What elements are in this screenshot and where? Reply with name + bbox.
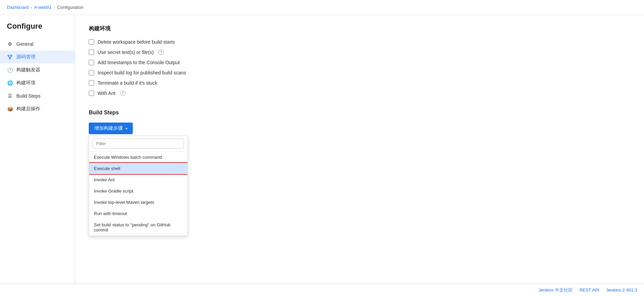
- sidebar-label-post: 构建后操作: [16, 106, 40, 112]
- checkbox-terminate-build-label[interactable]: Terminate a build if it's stuck: [98, 80, 157, 86]
- footer-link-version[interactable]: Jenkins 2.401.3: [606, 287, 637, 293]
- chevron-down-icon: ▾: [126, 127, 127, 130]
- dropdown-menu: Execute Windows batch command Execute sh…: [89, 136, 188, 236]
- checkbox-timestamps-label[interactable]: Add timestamps to the Console Output: [98, 60, 180, 65]
- checkbox-delete-workspace-input[interactable]: [89, 39, 94, 45]
- sidebar-item-build-triggers[interactable]: 🕐 构建触发器: [0, 64, 75, 76]
- dropdown-item-run-timeout[interactable]: Run with timeout: [89, 208, 187, 219]
- sidebar-title: Configure: [0, 22, 75, 38]
- sidebar-label-general: General: [16, 41, 33, 47]
- breadcrumb-current: Configuration: [57, 5, 84, 10]
- checkbox-inspect-build-input[interactable]: [89, 70, 94, 75]
- checkbox-timestamps: Add timestamps to the Console Output: [89, 60, 630, 65]
- checkbox-secret-text-input[interactable]: [89, 50, 94, 55]
- clock-icon: 🕐: [7, 67, 13, 73]
- svg-line-3: [9, 56, 10, 58]
- footer-link-rest-api[interactable]: REST API: [579, 287, 599, 293]
- gear-icon: ⚙: [7, 41, 13, 47]
- sidebar-label-triggers: 构建触发器: [16, 67, 40, 73]
- checkbox-secret-text: Use secret text(s) or file(s) ?: [89, 50, 630, 55]
- footer: Jenkins 中文社区 REST API Jenkins 2.401.3: [0, 284, 644, 296]
- build-steps-title: Build Steps: [89, 110, 630, 116]
- main-content: 构建环境 Delete workspace before build start…: [75, 15, 644, 283]
- breadcrumb-aweb01[interactable]: A-web01: [34, 5, 52, 10]
- add-step-button-label: 增加构建步骤: [94, 125, 123, 131]
- add-step-dropdown-container: 增加构建步骤 ▾ Execute Windows batch command E…: [89, 123, 133, 134]
- sidebar-item-build-steps[interactable]: ☰ Build Steps: [0, 89, 75, 102]
- checkbox-delete-workspace-label[interactable]: Delete workspace before build starts: [98, 39, 175, 45]
- build-env-title: 构建环境: [89, 25, 630, 32]
- checkbox-inspect-build: Inspect build log for published build sc…: [89, 70, 630, 75]
- breadcrumb-dashboard[interactable]: Dashboard: [7, 5, 29, 10]
- checkbox-delete-workspace: Delete workspace before build starts: [89, 39, 630, 45]
- add-step-button[interactable]: 增加构建步骤 ▾: [89, 123, 133, 134]
- sidebar-item-general[interactable]: ⚙ General: [0, 38, 75, 51]
- sidebar-item-post-build[interactable]: 📦 构建后操作: [0, 102, 75, 115]
- list-icon: ☰: [7, 93, 13, 99]
- dropdown-item-execute-windows[interactable]: Execute Windows batch command: [89, 152, 187, 163]
- svg-line-4: [10, 56, 11, 58]
- sidebar-label-env: 构建环境: [16, 80, 35, 86]
- dropdown-item-invoke-gradle[interactable]: Invoke Gradle script: [89, 185, 187, 197]
- with-ant-help-icon[interactable]: ?: [120, 90, 126, 96]
- checkbox-secret-text-label[interactable]: Use secret text(s) or file(s): [98, 50, 154, 55]
- checkbox-inspect-build-label[interactable]: Inspect build log for published build sc…: [98, 70, 186, 75]
- sidebar: Configure ⚙ General 源码管理 🕐 构建触发器 🌐: [0, 15, 75, 283]
- checkbox-with-ant-label[interactable]: With Ant: [98, 90, 115, 96]
- sidebar-item-source-management[interactable]: 源码管理: [0, 51, 75, 64]
- dropdown-item-invoke-maven[interactable]: Invoke top-level Maven targets: [89, 197, 187, 208]
- git-icon: [7, 54, 13, 60]
- sidebar-item-build-env[interactable]: 🌐 构建环境: [0, 76, 75, 89]
- dropdown-filter: [89, 136, 187, 152]
- box-icon: 📦: [7, 106, 13, 112]
- secret-text-help-icon[interactable]: ?: [158, 50, 164, 55]
- dropdown-filter-input[interactable]: [92, 139, 184, 149]
- globe-icon: 🌐: [7, 80, 13, 86]
- dropdown-item-invoke-ant[interactable]: Invoke Ant: [89, 174, 187, 185]
- checkbox-with-ant-input[interactable]: [89, 90, 94, 96]
- svg-point-2: [9, 58, 11, 59]
- dropdown-item-execute-shell[interactable]: Execute shell: [89, 163, 187, 174]
- dropdown-item-set-build-status[interactable]: Set build status to "pending" on GitHub …: [89, 219, 187, 236]
- svg-point-1: [11, 55, 12, 56]
- checkbox-terminate-build: Terminate a build if it's stuck: [89, 80, 630, 86]
- sidebar-label-steps: Build Steps: [16, 93, 41, 99]
- checkbox-terminate-build-input[interactable]: [89, 80, 94, 86]
- footer-link-community[interactable]: Jenkins 中文社区: [539, 287, 573, 293]
- checkbox-timestamps-input[interactable]: [89, 60, 94, 65]
- sidebar-label-source: 源码管理: [16, 54, 35, 60]
- svg-point-0: [8, 55, 9, 56]
- build-env-checkboxes: Delete workspace before build starts Use…: [89, 39, 630, 96]
- checkbox-with-ant: With Ant ?: [89, 90, 630, 96]
- breadcrumb: Dashboard › A-web01 › Configuration: [0, 0, 644, 15]
